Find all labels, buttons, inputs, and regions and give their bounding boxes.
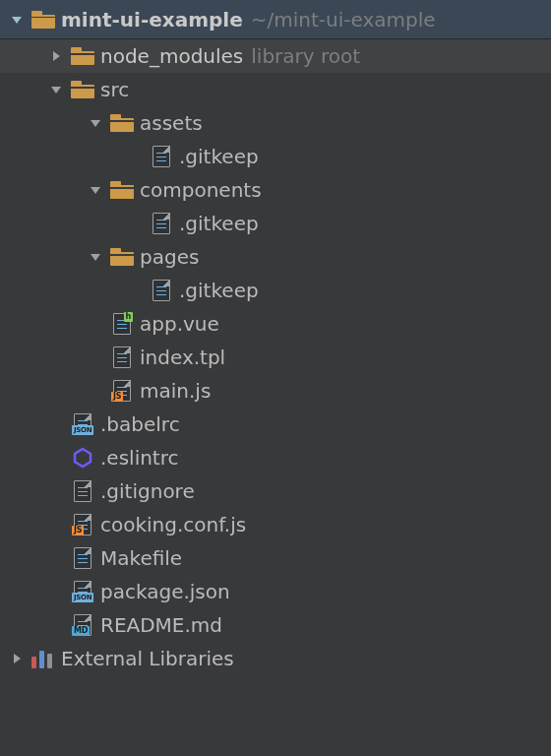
package-json-label: package.json bbox=[100, 580, 230, 603]
tree-item-package-json[interactable]: JSON package.json bbox=[0, 575, 551, 608]
node-modules-label: node_modules bbox=[100, 44, 243, 68]
app-vue-label: app.vue bbox=[140, 312, 219, 336]
file-icon bbox=[108, 346, 136, 369]
file-icon bbox=[148, 145, 175, 168]
json-file-icon: JSON bbox=[69, 412, 96, 436]
svg-marker-5 bbox=[91, 254, 100, 261]
file-icon bbox=[69, 546, 96, 570]
babelrc-label: .babelrc bbox=[100, 412, 180, 436]
tree-item-assets[interactable]: assets bbox=[0, 106, 551, 140]
tree-item-external-libraries[interactable]: External Libraries bbox=[0, 642, 551, 675]
tree-item-eslintrc[interactable]: .eslintrc bbox=[0, 441, 551, 474]
folder-icon bbox=[108, 178, 136, 202]
folder-icon bbox=[30, 8, 57, 32]
svg-marker-7 bbox=[14, 654, 21, 663]
svg-marker-4 bbox=[91, 187, 100, 194]
project-root-path: ~/mint-ui-example bbox=[251, 8, 436, 32]
makefile-label: Makefile bbox=[100, 546, 182, 570]
js-file-icon: JS bbox=[69, 513, 96, 536]
svg-marker-0 bbox=[12, 17, 22, 24]
tree-item-app-vue[interactable]: h app.vue bbox=[0, 307, 551, 341]
tree-item-index-tpl[interactable]: index.tpl bbox=[0, 341, 551, 374]
eslint-icon bbox=[69, 446, 96, 470]
folder-icon bbox=[69, 78, 96, 101]
folder-icon bbox=[69, 44, 96, 68]
project-root-name: mint-ui-example bbox=[61, 8, 243, 32]
cooking-conf-label: cooking.conf.js bbox=[100, 513, 246, 536]
file-icon bbox=[148, 279, 175, 302]
chevron-down-icon[interactable] bbox=[43, 83, 69, 96]
tree-item-pages[interactable]: pages bbox=[0, 240, 551, 274]
chevron-right-icon[interactable] bbox=[4, 652, 30, 665]
svg-marker-1 bbox=[53, 51, 60, 61]
tree-item-components-gitkeep[interactable]: .gitkeep bbox=[0, 207, 551, 240]
folder-icon bbox=[108, 111, 136, 135]
json-file-icon: JSON bbox=[69, 580, 96, 603]
tree-item-components[interactable]: components bbox=[0, 173, 551, 207]
tree-item-gitignore[interactable]: .gitignore bbox=[0, 474, 551, 508]
tree-item-main-js[interactable]: JS main.js bbox=[0, 374, 551, 408]
vue-file-icon: h bbox=[108, 312, 136, 336]
assets-label: assets bbox=[140, 111, 203, 135]
tree-item-pages-gitkeep[interactable]: .gitkeep bbox=[0, 274, 551, 307]
chevron-right-icon[interactable] bbox=[43, 49, 69, 63]
pages-label: pages bbox=[140, 245, 199, 269]
tree-item-node-modules[interactable]: node_modules library root bbox=[0, 39, 551, 73]
library-icon bbox=[30, 647, 57, 670]
svg-marker-3 bbox=[91, 120, 100, 127]
folder-icon bbox=[108, 245, 136, 269]
readme-label: README.md bbox=[100, 613, 222, 637]
chevron-down-icon[interactable] bbox=[83, 250, 108, 264]
chevron-down-icon[interactable] bbox=[83, 183, 108, 197]
svg-marker-6 bbox=[75, 449, 91, 467]
tree-item-makefile[interactable]: Makefile bbox=[0, 541, 551, 575]
src-label: src bbox=[100, 78, 129, 101]
external-libraries-label: External Libraries bbox=[61, 647, 234, 670]
file-icon bbox=[69, 479, 96, 503]
chevron-down-icon[interactable] bbox=[83, 116, 108, 130]
pages-gitkeep-label: .gitkeep bbox=[179, 279, 259, 302]
tree-item-cooking-conf[interactable]: JS cooking.conf.js bbox=[0, 508, 551, 541]
node-modules-tag: library root bbox=[251, 44, 360, 68]
tree-item-src[interactable]: src bbox=[0, 73, 551, 106]
gitignore-label: .gitignore bbox=[100, 479, 195, 503]
chevron-down-icon[interactable] bbox=[4, 13, 30, 27]
components-gitkeep-label: .gitkeep bbox=[179, 212, 259, 235]
assets-gitkeep-label: .gitkeep bbox=[179, 145, 259, 168]
file-icon bbox=[148, 212, 175, 235]
tree-item-readme[interactable]: MD README.md bbox=[0, 608, 551, 642]
tree-item-babelrc[interactable]: JSON .babelrc bbox=[0, 408, 551, 441]
svg-marker-2 bbox=[51, 87, 61, 94]
markdown-file-icon: MD bbox=[69, 613, 96, 637]
js-file-icon: JS bbox=[108, 379, 136, 403]
components-label: components bbox=[140, 178, 262, 202]
main-js-label: main.js bbox=[140, 379, 211, 403]
tree-item-assets-gitkeep[interactable]: .gitkeep bbox=[0, 140, 551, 173]
project-root-row[interactable]: mint-ui-example ~/mint-ui-example bbox=[0, 0, 551, 39]
eslintrc-label: .eslintrc bbox=[100, 446, 179, 470]
index-tpl-label: index.tpl bbox=[140, 346, 225, 369]
